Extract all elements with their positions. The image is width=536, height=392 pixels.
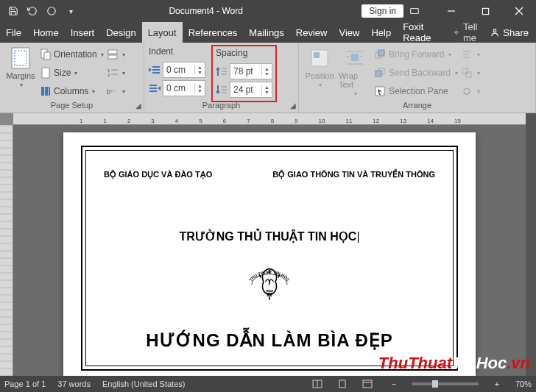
share-button[interactable]: Share <box>490 27 529 38</box>
undo-icon[interactable] <box>24 2 41 20</box>
wrap-text-icon <box>343 46 367 70</box>
status-page[interactable]: Page 1 of 1 <box>4 379 46 388</box>
dialog-launcher-icon[interactable]: ◢ <box>135 101 141 110</box>
tab-insert[interactable]: Insert <box>65 22 101 43</box>
maximize-button[interactable] <box>468 0 502 22</box>
redo-icon[interactable] <box>43 2 60 20</box>
svg-point-11 <box>494 29 497 32</box>
spacing-after-input[interactable]: 24 pt ▲▼ <box>230 82 272 98</box>
selection-pane-label: Selection Pane <box>389 86 448 96</box>
wrap-text-button[interactable]: Wrap Text▾ <box>339 46 371 101</box>
svg-marker-35 <box>216 67 220 70</box>
svg-point-0 <box>48 7 56 15</box>
close-button[interactable] <box>502 0 536 22</box>
signin-button[interactable]: Sign in <box>362 4 403 18</box>
group-label-paragraph: Paragraph ◢ <box>144 101 298 113</box>
bring-forward-button[interactable]: Bring Forward▾ <box>374 46 458 63</box>
zoom-level[interactable]: 70% <box>515 379 532 388</box>
ruler-corner[interactable] <box>0 113 13 125</box>
vertical-scrollbar[interactable] <box>526 113 536 376</box>
svg-rect-16 <box>42 68 49 78</box>
tab-home[interactable]: Home <box>27 22 65 43</box>
spacing-before-value: 78 pt <box>230 66 261 76</box>
orientation-button[interactable]: Orientation▾ <box>40 46 104 63</box>
svg-rect-21 <box>108 55 117 59</box>
horizontal-ruler[interactable]: 1123456789101112131415 <box>13 113 526 125</box>
web-layout-icon[interactable] <box>362 379 375 388</box>
indent-left-input[interactable]: 0 cm ▲▼ <box>163 62 205 78</box>
spacing-before-input[interactable]: 78 pt ▲▼ <box>230 63 272 79</box>
group-page-setup: Margins ▾ Orientation▾ Size▾ Columns▾ ▾ <box>0 43 144 113</box>
group-objects-button[interactable]: ▾ <box>461 65 480 81</box>
margins-icon <box>9 46 32 70</box>
margins-button[interactable]: Margins ▾ <box>4 46 37 101</box>
minimize-button[interactable] <box>434 0 468 22</box>
spacing-after-value: 24 pt <box>230 85 261 95</box>
hyphenation-button[interactable]: bᶜ⁻▾ <box>107 83 125 99</box>
vertical-ruler[interactable] <box>0 125 13 376</box>
quick-access-toolbar: ▾ <box>0 2 80 20</box>
svg-rect-17 <box>41 87 44 96</box>
status-bar: Page 1 of 1 37 words English (United Sta… <box>0 376 536 392</box>
ribbon-display-options-icon[interactable] <box>409 6 434 16</box>
position-icon <box>308 46 331 70</box>
send-backward-button[interactable]: Send Backward▾ <box>374 65 458 81</box>
svg-rect-61 <box>462 68 468 74</box>
tab-foxit[interactable]: Foxit Reade <box>397 22 453 43</box>
bring-forward-label: Bring Forward <box>389 49 444 60</box>
spacing-heading: Spacing <box>216 48 272 58</box>
indent-right-value: 0 cm <box>163 83 194 93</box>
indent-left-icon <box>149 65 161 75</box>
doc-logo: THU THUAT TIN HOC <box>104 258 435 317</box>
svg-marker-34 <box>158 86 161 90</box>
wrap-text-label: Wrap Text <box>339 71 371 89</box>
tab-references[interactable]: References <box>183 22 243 43</box>
spinner-up-icon: ▲ <box>195 65 205 70</box>
selection-pane-icon <box>374 85 386 97</box>
svg-rect-53 <box>378 50 384 56</box>
svg-rect-18 <box>45 87 48 96</box>
size-button[interactable]: Size▾ <box>40 65 104 81</box>
group-arrange: Position▾ Wrap Text▾ Bring Forward▾ Send… <box>299 43 536 113</box>
svg-rect-19 <box>49 87 50 96</box>
print-layout-icon[interactable] <box>337 379 350 388</box>
indent-right-input[interactable]: 0 cm ▲▼ <box>163 80 205 96</box>
align-button[interactable]: ▾ <box>461 46 480 63</box>
tab-review[interactable]: Review <box>290 22 334 43</box>
tab-help[interactable]: Help <box>365 22 397 43</box>
work-area: 1123456789101112131415 BỘ GIÁO DỤC VÀ ĐÀ… <box>0 113 536 376</box>
doc-school: TRƯỜNG THỦ THUẬT TIN HỌC| <box>104 229 435 243</box>
tab-view[interactable]: View <box>333 22 365 43</box>
group-icon <box>461 67 473 79</box>
qat-customize-icon[interactable]: ▾ <box>62 2 80 20</box>
tab-layout[interactable]: Layout <box>142 22 183 43</box>
svg-text:2: 2 <box>107 73 110 77</box>
tab-design[interactable]: Design <box>100 22 141 43</box>
spacing-after-icon <box>216 85 228 95</box>
save-icon[interactable] <box>4 2 22 20</box>
columns-button[interactable]: Columns▾ <box>40 83 104 99</box>
document-page[interactable]: BỘ GIÁO DỤC VÀ ĐÀO TẠO BỘ GIAO THÔNG TIN… <box>63 132 476 376</box>
selection-pane-button[interactable]: Selection Pane <box>374 83 458 99</box>
zoom-in-icon[interactable]: + <box>490 379 504 388</box>
margins-label: Margins <box>6 71 35 80</box>
svg-rect-1 <box>411 9 419 14</box>
breaks-button[interactable]: ▾ <box>107 46 125 63</box>
status-lang[interactable]: English (United States) <box>102 379 186 388</box>
rotate-button[interactable]: ▾ <box>461 83 480 99</box>
line-numbers-button[interactable]: 12▾ <box>107 65 125 81</box>
zoom-slider[interactable] <box>412 382 479 385</box>
dialog-launcher-icon[interactable]: ◢ <box>290 101 296 110</box>
rotate-icon <box>461 85 473 97</box>
tab-file[interactable]: File <box>0 22 27 43</box>
orientation-label: Orientation <box>54 49 97 60</box>
read-mode-icon[interactable] <box>312 379 325 388</box>
zoom-out-icon[interactable]: − <box>387 379 401 388</box>
position-button[interactable]: Position▾ <box>303 46 336 101</box>
document-viewport[interactable]: BỘ GIÁO DỤC VÀ ĐÀO TẠO BỘ GIAO THÔNG TIN… <box>13 125 526 376</box>
tab-mailings[interactable]: Mailings <box>243 22 290 43</box>
status-words[interactable]: 37 words <box>57 379 91 388</box>
share-label: Share <box>503 27 529 38</box>
indent-right-icon <box>149 83 161 93</box>
tell-me[interactable]: Tell me <box>453 21 484 43</box>
